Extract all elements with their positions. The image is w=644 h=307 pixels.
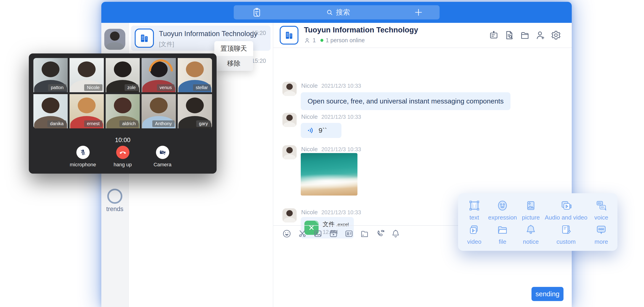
microphone-toggle-button[interactable]: microphone [70, 146, 96, 168]
panel-item-audio-video[interactable]: Audio and video [545, 198, 587, 222]
panel-item-expression[interactable]: expression [488, 198, 517, 222]
camera-toggle-button[interactable]: Camera [149, 146, 176, 168]
audio-video-icon [560, 199, 573, 212]
participant-grid: patton Nicole zole venus stellar danika … [34, 58, 212, 128]
send-video-icon[interactable] [329, 229, 338, 239]
voice-message-bubble[interactable]: 9`` [301, 123, 342, 138]
participant-name: danika [47, 120, 66, 127]
search-placeholder: 搜索 [336, 7, 350, 17]
notification-bell-icon[interactable] [391, 229, 400, 239]
call-timer: 10:00 [29, 137, 216, 144]
chat-title: Tuoyun Information Technology [304, 25, 418, 34]
composer-panel: text expression picture [458, 193, 618, 251]
panel-item-custom[interactable]: custom [545, 222, 587, 246]
participant-name: stellar [193, 84, 211, 91]
notice-icon [524, 223, 538, 236]
chat-avatar [280, 26, 298, 44]
chat-record-search-icon[interactable] [504, 30, 514, 40]
chat-header: Tuoyun Information Technology 1 1 person… [273, 23, 572, 48]
participant-name: venus [157, 84, 174, 91]
video-icon [468, 223, 481, 236]
mic-off-icon [79, 149, 87, 156]
video-tile: Anthony [142, 94, 176, 128]
video-tile: ernest [70, 94, 104, 128]
search-icon [326, 9, 333, 16]
search-field[interactable]: 搜索 [262, 7, 414, 17]
more-icon [594, 223, 608, 236]
panel-item-voice[interactable]: voice [587, 198, 615, 222]
emoji-icon[interactable] [282, 229, 292, 239]
panel-item-notice[interactable]: notice [517, 222, 545, 246]
send-file-icon[interactable] [360, 229, 369, 239]
video-tile: stellar [178, 58, 212, 92]
send-picture-icon[interactable] [313, 229, 323, 239]
chat-subtitle: 1 1 person online [304, 37, 365, 44]
sender-avatar[interactable] [282, 82, 296, 96]
menu-item-pin-chat[interactable]: 置顶聊天 [214, 41, 253, 56]
conversation-title: Tuoyun Information Technology [159, 30, 258, 38]
settings-gear-icon[interactable] [551, 30, 561, 40]
conversation-time: 15:20 [252, 57, 266, 64]
conversation-context-menu: 置顶聊天 移除 [214, 41, 253, 71]
video-tile: patton [34, 58, 68, 92]
text-message-bubble: Open source, free, and universal instant… [301, 92, 510, 110]
trends-icon [107, 189, 122, 204]
picture-icon [524, 199, 538, 212]
group-files-icon[interactable] [520, 30, 530, 40]
message-meta: Nicole2021/12/3 10:33 [301, 209, 361, 216]
top-bar: 搜索 [101, 2, 572, 23]
custom-icon [560, 223, 573, 236]
sender-avatar[interactable] [282, 208, 296, 223]
panel-item-more[interactable]: more [587, 222, 615, 246]
screenshot-scissors-icon[interactable] [298, 229, 307, 239]
image-message[interactable] [301, 153, 358, 196]
video-tile: venus [142, 58, 176, 92]
call-controls: microphone hang up [29, 146, 216, 168]
text-icon [468, 199, 481, 212]
expression-icon [496, 199, 509, 212]
menu-item-remove[interactable]: 移除 [214, 56, 253, 71]
plus-icon[interactable] [414, 8, 423, 17]
file-icon [496, 223, 509, 236]
voice-icon [594, 199, 608, 212]
hang-up-button[interactable]: hang up [109, 146, 136, 168]
call-icon[interactable] [375, 229, 385, 239]
members-icon [304, 37, 310, 44]
group-avatar [135, 28, 154, 48]
sender-avatar[interactable] [282, 113, 296, 127]
video-tile: gary [178, 94, 212, 128]
conversation-preview: [文件] [159, 40, 174, 48]
voice-wave-icon [307, 126, 315, 135]
conversation-time: 15:20 [252, 30, 266, 36]
group-notice-icon[interactable] [488, 30, 499, 40]
message-meta: Nicole2021/12/3 10:33 [301, 82, 361, 89]
video-call-window: patton Nicole zole venus stellar danika … [29, 53, 216, 174]
building-icon [284, 30, 294, 40]
online-status: 1 person online [326, 37, 365, 44]
panel-item-file[interactable]: file [488, 222, 517, 246]
panel-item-video[interactable]: video [460, 222, 488, 246]
call-log-icon[interactable] [252, 7, 262, 17]
add-member-icon[interactable] [535, 30, 546, 40]
participant-name: aldrich [120, 120, 138, 127]
message-meta: Nicole2021/12/3 10:33 [301, 113, 361, 120]
my-avatar[interactable] [104, 29, 125, 50]
camera-off-icon [159, 149, 166, 156]
contact-card-icon[interactable] [344, 229, 354, 239]
participant-name: patton [48, 84, 66, 91]
search-bar[interactable]: 搜索 [234, 5, 440, 19]
panel-item-picture[interactable]: picture [517, 198, 545, 222]
panel-item-text[interactable]: text [460, 198, 488, 222]
send-button[interactable]: sending [532, 287, 564, 301]
online-dot [320, 39, 323, 42]
file-name: 文件 .excel [323, 220, 349, 228]
participant-name: Nicole [84, 84, 102, 91]
chat-panel: Tuoyun Information Technology 1 1 person… [273, 23, 572, 307]
headphones [144, 58, 176, 88]
sidebar-item-trends[interactable]: trends [101, 189, 128, 213]
building-icon [139, 33, 149, 43]
message-meta: Nicole2021/12/3 10:33 [301, 146, 361, 153]
participant-name: gary [196, 120, 211, 127]
sender-avatar[interactable] [282, 145, 296, 159]
participant-name: Anthony [152, 120, 174, 127]
